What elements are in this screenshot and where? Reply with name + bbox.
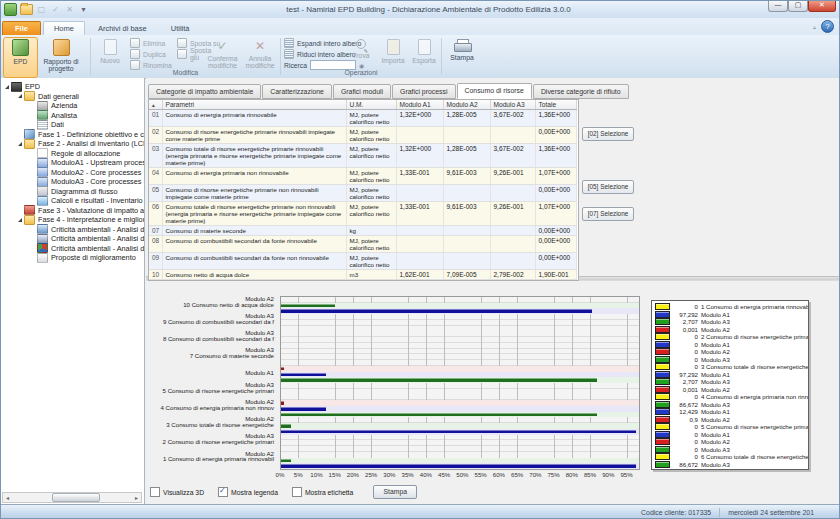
tree-item-fase-4-interpretazione-e-migli[interactable]: Fase 4 - Interpretazione e miglioramento bbox=[0, 215, 144, 225]
ribbon-tab-archivi-di-base[interactable]: Archivi di base bbox=[87, 21, 158, 35]
visualizza-3d-checkbox[interactable]: Visualizza 3D bbox=[150, 487, 204, 497]
legend-value: 0 bbox=[672, 393, 698, 400]
tree-item-epd[interactable]: EPD bbox=[0, 82, 144, 92]
table-row[interactable]: 08Consumo di combustibili secondari da f… bbox=[149, 236, 576, 253]
value-cell: 7,09E-005 bbox=[443, 270, 490, 280]
rapporto-di-progetto-button[interactable]: Rapporto di progetto bbox=[38, 37, 84, 77]
tree-item-diagramma-di-flusso[interactable]: Diagramma di flusso bbox=[0, 187, 144, 197]
tree-item-calcoli-e-risultati-inventario[interactable]: Calcoli e risultati - Inventario bbox=[0, 196, 144, 206]
tree-expander-icon[interactable] bbox=[16, 142, 23, 146]
help-icon[interactable]: ? bbox=[821, 20, 834, 33]
tree-item-fase-2-analisi-di-inventario-l[interactable]: Fase 2 - Analisi di inventario (LCI) bbox=[0, 139, 144, 149]
flow-icon bbox=[37, 186, 48, 196]
tree-item-criticit-ambientali-analisi-de[interactable]: Criticità ambientali - Analisi dei Contr… bbox=[0, 234, 144, 244]
legend-swatch-green bbox=[655, 318, 670, 325]
x-axis-tick: 30% bbox=[379, 471, 399, 478]
doc-tab-diverse-categorie-di-rifiuto[interactable]: Diverse categorie di rifiuto bbox=[533, 84, 629, 99]
status-date: mercoledì 24 settembre 201 bbox=[728, 509, 814, 516]
tree-item-moduloa3-core-processes[interactable]: ModuloA3 - Core processes bbox=[0, 177, 144, 187]
doc-tab-grafici-processi[interactable]: Grafici processi bbox=[392, 84, 455, 99]
legend-value: 0 bbox=[672, 303, 698, 310]
tree-item-moduloa2-core-processes[interactable]: ModuloA2 - Core processes bbox=[0, 168, 144, 178]
ribbon-tab-row: FileHomeArchivi di baseUtilità bbox=[0, 18, 840, 35]
doc-tab-grafici-moduli[interactable]: Grafici moduli bbox=[333, 84, 391, 99]
open-file-icon[interactable] bbox=[20, 4, 33, 15]
tree-expander-icon[interactable] bbox=[16, 218, 23, 222]
column-header-modulo-a2[interactable]: Modulo A2 bbox=[443, 100, 490, 110]
maximize-button[interactable]: ▢ bbox=[788, 0, 808, 12]
tree-expander-icon[interactable] bbox=[3, 85, 10, 89]
checkbox-icon[interactable] bbox=[150, 487, 160, 497]
close-button[interactable]: ✕ bbox=[808, 0, 836, 12]
stampa-chart-button[interactable]: Stampa bbox=[373, 485, 417, 499]
tree-item-dati[interactable]: Dati bbox=[0, 120, 144, 130]
legend-swatch-red bbox=[655, 416, 670, 423]
legend-label: Modulo A2 bbox=[701, 438, 730, 445]
stampa-ribbon-button[interactable]: Stampa bbox=[445, 37, 479, 77]
value-cell bbox=[396, 226, 443, 236]
table-row[interactable]: 07Consumo di materie secondekg0,00E+000 bbox=[149, 226, 576, 236]
value-cell bbox=[490, 253, 535, 270]
legend-label: Modulo A3 bbox=[701, 318, 730, 325]
minimize-button[interactable]: — bbox=[768, 0, 788, 12]
tree-item-analista[interactable]: Analista bbox=[0, 111, 144, 121]
tree-item-azienda[interactable]: Azienda bbox=[0, 101, 144, 111]
column-header-modulo-a3[interactable]: Modulo A3 bbox=[490, 100, 535, 110]
minimize-ribbon-icon[interactable]: ▵ bbox=[813, 23, 816, 30]
table-row[interactable]: 03Consumo totale di risorse energetiche … bbox=[149, 144, 576, 168]
tree-expander-icon[interactable] bbox=[16, 94, 23, 98]
doc-tab-caratterizzazione[interactable]: Caratterizzazione bbox=[262, 84, 332, 99]
tree-item-dati-generali[interactable]: Dati generali bbox=[0, 92, 144, 102]
folder-icon bbox=[24, 215, 35, 225]
column-header-modulo-a1[interactable]: Modulo A1 bbox=[396, 100, 443, 110]
doc-tab-categorie-di-impatto-ambientale[interactable]: Categorie di impatto ambientale bbox=[148, 84, 261, 99]
column-header-u-m-[interactable]: U.M. bbox=[346, 100, 396, 110]
chart-x-axis: 0%5%10%15%20%25%30%35%40%45%50%55%60%65%… bbox=[280, 470, 638, 480]
tree-item-regole-di-allocazione[interactable]: Regole di allocazione bbox=[0, 149, 144, 159]
table-row[interactable]: 09Consumo di combustibili secondari da f… bbox=[149, 253, 576, 270]
mostra-legenda-checkbox[interactable]: Mostra legenda bbox=[218, 487, 278, 497]
tree-item-moduloa1-upstream-processes[interactable]: ModuloA1 - Upstream processes bbox=[0, 158, 144, 168]
table-row[interactable]: 01Consumo di energia primaria rinnovabil… bbox=[149, 110, 576, 127]
table-row[interactable]: 04Consumo di energia primaria non rinnov… bbox=[149, 168, 576, 185]
sort-indicator-icon[interactable]: ▴ bbox=[149, 100, 162, 110]
ribbon-tab-file[interactable]: File bbox=[2, 21, 41, 35]
tree-item-proposte-di-miglioramento[interactable]: Proposte di miglioramento bbox=[0, 253, 144, 263]
table-row[interactable]: 10Consumo netto di acqua dolcem31,62E-00… bbox=[149, 270, 576, 280]
column-header-totale[interactable]: Totale bbox=[535, 100, 576, 110]
cancel-icon[interactable]: ✕ bbox=[64, 4, 75, 15]
selezione-button-1[interactable]: [02] Selezione bbox=[582, 127, 634, 141]
duplica-button[interactable]: Duplica bbox=[130, 49, 175, 59]
selezione-button-3[interactable]: [07] Selezione bbox=[582, 207, 634, 221]
tree-item-fase-3-valutazione-di-impatto-[interactable]: Fase 3 - Valutazione di impatto ambienta… bbox=[0, 206, 144, 216]
mostra-etichetta-checkbox[interactable]: Mostra etichetta bbox=[292, 487, 353, 497]
ribbon-tab-home[interactable]: Home bbox=[43, 21, 85, 35]
scroll-right-icon[interactable]: ▸ bbox=[132, 494, 141, 501]
scrollbar-thumb[interactable] bbox=[52, 493, 100, 502]
tree-item-criticit-ambientali-analisi-de[interactable]: Criticità ambientali - Analisi dei Contr… bbox=[0, 244, 144, 254]
tree-horizontal-scrollbar[interactable]: ◂ ▸ bbox=[2, 492, 142, 503]
checkbox-icon[interactable] bbox=[218, 487, 228, 497]
column-header-parametri[interactable]: Parametri bbox=[162, 100, 346, 110]
orgchart-icon bbox=[37, 234, 48, 244]
table-row[interactable]: 05Consumo di risorse energetiche primari… bbox=[149, 185, 576, 202]
x-axis-tick: 35% bbox=[398, 471, 418, 478]
tree-item-criticit-ambientali-analisi-de[interactable]: Criticità ambientali - Analisi dei Contr… bbox=[0, 225, 144, 235]
legend-entry: 12,429Modulo A1 bbox=[655, 408, 805, 416]
table-row[interactable]: 02Consumo di risorse energetiche primari… bbox=[149, 127, 576, 144]
save-icon[interactable]: ▢ bbox=[36, 4, 47, 15]
tree-item-fase-1-definizione-obiettivo-e[interactable]: Fase 1 - Definizione obiettivo e campo d… bbox=[0, 130, 144, 140]
doc-tab-consumo-di-risorse[interactable]: Consumo di risorse bbox=[457, 83, 532, 99]
table-row[interactable]: 06Consumo totale di risorse energetiche … bbox=[149, 202, 576, 226]
project-tree-panel: EPDDati generaliAziendaAnalistaDatiFase … bbox=[0, 78, 145, 505]
legend-label: Modulo A2 bbox=[701, 416, 730, 423]
selezione-button-2[interactable]: [05] Selezione bbox=[582, 180, 634, 194]
confirm-icon[interactable]: ✓ bbox=[50, 4, 61, 15]
elimina-button[interactable]: Elimina bbox=[130, 38, 175, 48]
epd-button[interactable]: EPD bbox=[3, 37, 38, 78]
qat-dropdown-icon[interactable]: ▾ bbox=[78, 4, 89, 15]
ribbon-tab-utilità[interactable]: Utilità bbox=[160, 21, 201, 35]
legend-entry: 2,707Modulo A3 bbox=[655, 318, 805, 326]
checkbox-icon[interactable] bbox=[292, 487, 302, 497]
scroll-left-icon[interactable]: ◂ bbox=[3, 494, 12, 501]
